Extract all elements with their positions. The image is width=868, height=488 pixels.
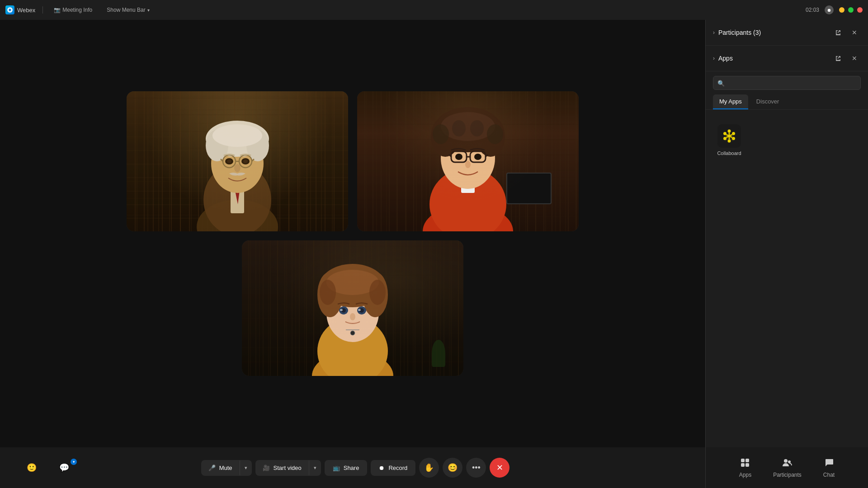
message-button-group: 💬 ▾ [51, 458, 78, 478]
video-group: 🎥 Start video ▾ [255, 460, 321, 476]
svg-line-71 [731, 135, 732, 136]
video-icon: 🎥 [263, 465, 270, 471]
svg-point-66 [732, 137, 735, 140]
right-panel-toolbar: Apps Participants Chat [705, 447, 868, 488]
video-tile-3[interactable] [242, 240, 463, 376]
svg-point-50 [320, 280, 336, 305]
apps-title: Apps [718, 55, 828, 62]
apps-chevron-icon[interactable]: › [713, 55, 715, 61]
share-icon: 📺 [333, 465, 340, 471]
show-menu-label: Show Menu Bar [107, 7, 145, 13]
video-chevron-button[interactable]: ▾ [309, 460, 321, 475]
emoji-button[interactable]: 😊 [443, 458, 462, 478]
toolbar-left: 🙂 💬 ▾ [18, 458, 78, 478]
mute-label: Mute [219, 465, 232, 471]
svg-rect-76 [741, 459, 745, 462]
mute-button[interactable]: 🎤 Mute [201, 460, 240, 476]
participants-tab-label: Participants [773, 472, 802, 478]
more-icon: ••• [472, 463, 481, 473]
svg-point-31 [487, 124, 503, 144]
participants-panel-icon [782, 458, 792, 470]
app-collaboard[interactable]: Collaboard [713, 121, 745, 160]
svg-point-68 [723, 137, 726, 140]
record-button[interactable]: ⏺ Record [371, 460, 415, 476]
video-row-top [127, 91, 579, 231]
meeting-info-button[interactable]: 📷 Meeting Info [50, 5, 96, 15]
svg-point-57 [358, 309, 361, 311]
tab-my-apps[interactable]: My Apps [713, 94, 748, 109]
svg-point-80 [784, 459, 788, 463]
svg-point-41 [465, 161, 471, 168]
svg-point-29 [441, 112, 495, 141]
apps-tab-label: Apps [739, 472, 751, 478]
svg-point-56 [340, 309, 343, 311]
svg-point-10 [212, 124, 262, 147]
svg-rect-78 [741, 463, 745, 467]
camera-icon: 📷 [54, 7, 61, 13]
apps-popout-button[interactable] [832, 52, 844, 65]
emoji-reaction-button[interactable]: ✋ [419, 458, 439, 478]
titlebar-left: Webex 📷 Meeting Info Show Menu Bar ▾ [5, 5, 153, 15]
mute-chevron-button[interactable]: ▾ [240, 460, 252, 475]
chat-tab-button[interactable]: Chat [814, 454, 844, 482]
more-options-button[interactable]: ••• [466, 458, 486, 478]
collaboard-app-name: Collaboard [717, 150, 741, 156]
start-video-button[interactable]: 🎥 Start video [255, 460, 309, 476]
reaction-button[interactable]: 🙂 [18, 458, 45, 478]
video-tile-2[interactable] [357, 91, 579, 231]
participant-3-avatar [289, 243, 416, 376]
svg-point-64 [728, 130, 731, 133]
svg-line-74 [726, 137, 728, 138]
apps-panel-icon [740, 458, 750, 470]
window-controls [839, 7, 863, 13]
svg-point-30 [433, 124, 449, 144]
participant-1-avatar [174, 96, 301, 231]
record-icon: ⏺ [379, 465, 385, 471]
participants-chevron-icon[interactable]: › [713, 29, 715, 36]
message-icon: 💬 [58, 461, 71, 474]
apps-tab-button[interactable]: Apps [730, 454, 760, 482]
participants-tab-button[interactable]: Participants [764, 454, 811, 482]
participants-header: › Participants (3) ✕ [706, 20, 868, 45]
svg-point-67 [728, 140, 731, 143]
start-video-label: Start video [274, 465, 302, 471]
apps-search-input[interactable] [713, 76, 861, 90]
svg-point-58 [350, 313, 355, 320]
svg-point-40 [474, 154, 481, 160]
apps-actions: ✕ [832, 52, 861, 65]
share-button[interactable]: 📺 Share [325, 460, 368, 476]
mute-group: 🎤 Mute ▾ [201, 460, 252, 476]
participants-close-button[interactable]: ✕ [848, 26, 861, 39]
apps-close-button[interactable]: ✕ [848, 52, 861, 65]
svg-point-69 [723, 132, 726, 135]
chat-tab-label: Chat [823, 472, 835, 478]
svg-point-33 [470, 120, 484, 136]
apps-grid: Collaboard [706, 117, 868, 163]
show-menu-button[interactable]: Show Menu Bar ▾ [103, 5, 153, 15]
svg-point-39 [455, 154, 462, 160]
video-area [0, 20, 705, 447]
meeting-timer: 02:03 [806, 7, 819, 13]
svg-rect-77 [745, 459, 749, 462]
svg-point-14 [243, 160, 248, 163]
close-button[interactable] [857, 7, 863, 13]
tab-discover[interactable]: Discover [750, 94, 786, 109]
video-tile-1[interactable] [127, 91, 348, 231]
record-indicator: ⏺ [825, 5, 834, 14]
participant-2-avatar [400, 91, 536, 231]
participants-title: Participants (3) [718, 29, 828, 36]
svg-line-72 [731, 137, 732, 138]
svg-rect-79 [745, 463, 749, 467]
webex-logo-icon [5, 5, 14, 14]
chevron-down-icon: ▾ [147, 8, 150, 13]
toolbar: 🙂 💬 ▾ 🎤 Mute ▾ 🎥 Start video ▾ [0, 447, 705, 488]
apps-section: › Apps ✕ 🔍 My Apps Disc [706, 46, 868, 488]
maximize-button[interactable] [848, 7, 854, 13]
participants-popout-button[interactable] [832, 26, 844, 39]
svg-point-59 [350, 331, 355, 335]
minimize-button[interactable] [839, 7, 844, 13]
svg-point-13 [227, 160, 231, 163]
end-call-button[interactable]: ✕ [490, 458, 509, 478]
apps-search-container: 🔍 [713, 76, 861, 90]
titlebar-right: 02:03 ⏺ [806, 5, 863, 14]
